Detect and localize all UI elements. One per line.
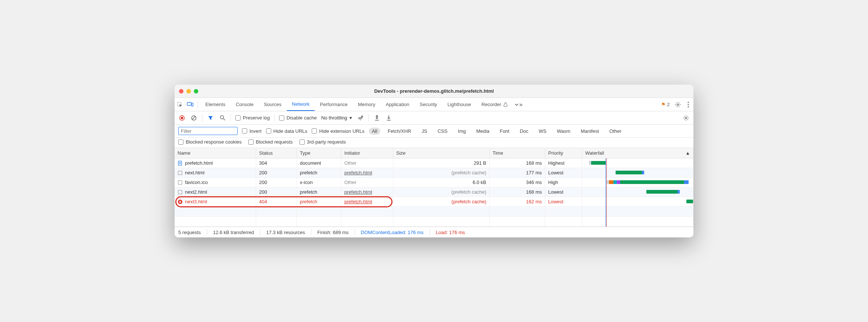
col-time[interactable]: Time — [490, 148, 545, 158]
invert-checkbox[interactable]: Invert — [242, 128, 262, 134]
request-time: 346 ms — [490, 178, 545, 187]
table-row[interactable]: next2.html200prefetchprefetch.html(prefe… — [175, 187, 693, 197]
clear-button[interactable] — [190, 114, 198, 122]
maximize-window-button[interactable] — [194, 89, 198, 93]
tab-application[interactable]: Application — [381, 98, 415, 111]
issues-badge[interactable]: ⚑ 2 — [661, 102, 670, 107]
type-filter-other[interactable]: Other — [606, 128, 625, 135]
hide-data-urls-checkbox[interactable]: Hide data URLs — [266, 128, 308, 134]
network-conditions-icon[interactable] — [357, 114, 364, 122]
panel-settings-icon[interactable] — [682, 114, 690, 122]
settings-icon[interactable] — [673, 98, 683, 111]
request-time: 177 ms — [490, 168, 545, 177]
device-toolbar-icon[interactable] — [185, 98, 195, 111]
col-initiator[interactable]: Initiator — [341, 148, 393, 158]
hide-data-input[interactable] — [266, 128, 271, 134]
tab-sources[interactable]: Sources — [259, 98, 287, 111]
type-filter-fetch[interactable]: Fetch/XHR — [385, 128, 414, 135]
type-filter-wasm[interactable]: Wasm — [554, 128, 573, 135]
status-resources: 17.3 kB resources — [266, 230, 305, 235]
col-priority[interactable]: Priority — [545, 148, 582, 158]
export-har-icon[interactable] — [373, 114, 381, 122]
type-filter-ws[interactable]: WS — [536, 128, 550, 135]
disable-cache-checkbox[interactable]: Disable cache — [279, 115, 317, 121]
issues-count: 2 — [667, 102, 670, 107]
blocked-requests-checkbox[interactable]: Blocked requests — [248, 139, 293, 145]
more-tabs-icon[interactable]: » — [513, 98, 523, 111]
filter-toggle-icon[interactable] — [207, 114, 214, 122]
third-party-input[interactable] — [299, 139, 305, 145]
preserve-log-input[interactable] — [235, 115, 241, 121]
table-row[interactable]: next.html200prefetchprefetch.html(prefet… — [175, 168, 693, 178]
search-icon[interactable] — [219, 114, 226, 122]
col-size[interactable]: Size — [393, 148, 490, 158]
table-row[interactable]: next3.html404prefetchprefetch.html(prefe… — [175, 197, 693, 207]
table-row[interactable]: prefetch.html304documentOther291 B168 ms… — [175, 158, 693, 168]
col-type[interactable]: Type — [297, 148, 341, 158]
svg-rect-1 — [187, 102, 191, 105]
invert-input[interactable] — [242, 128, 247, 134]
kebab-menu-icon[interactable] — [683, 98, 693, 111]
blocked-cookies-label: Blocked response cookies — [186, 139, 242, 145]
type-filter-img[interactable]: Img — [455, 128, 469, 135]
request-initiator[interactable]: prefetch.html — [341, 168, 393, 177]
request-priority: Lowest — [545, 187, 582, 197]
tab-security[interactable]: Security — [414, 98, 442, 111]
warning-flag-icon: ⚑ — [661, 102, 666, 107]
hide-ext-input[interactable] — [312, 128, 317, 134]
third-party-checkbox[interactable]: 3rd-party requests — [299, 139, 346, 145]
inspect-icon[interactable] — [175, 98, 185, 111]
svg-point-4 — [688, 102, 689, 103]
type-filter-media[interactable]: Media — [473, 128, 492, 135]
blocked-cookies-input[interactable] — [178, 139, 183, 145]
col-waterfall[interactable]: Waterfall▲ — [582, 148, 693, 158]
col-name[interactable]: Name — [175, 148, 256, 158]
blocked-requests-input[interactable] — [248, 139, 254, 145]
request-type: prefetch — [297, 187, 341, 197]
request-type: prefetch — [297, 197, 341, 206]
filter-input[interactable] — [178, 127, 238, 135]
tab-elements[interactable]: Elements — [200, 98, 231, 111]
tab-recorder-label: Recorder — [481, 102, 501, 107]
col-status[interactable]: Status — [256, 148, 297, 158]
throttling-select[interactable]: No throttling ▾ — [321, 115, 352, 121]
request-initiator[interactable]: prefetch.html — [341, 187, 393, 197]
svg-point-17 — [685, 117, 687, 118]
tab-console[interactable]: Console — [231, 98, 259, 111]
status-finish: Finish: 689 ms — [317, 230, 349, 235]
blocked-cookies-checkbox[interactable]: Blocked response cookies — [178, 139, 242, 145]
disable-cache-input[interactable] — [279, 115, 284, 121]
tab-lighthouse[interactable]: Lighthouse — [442, 98, 476, 111]
svg-point-5 — [688, 104, 689, 105]
waterfall-cell — [582, 168, 693, 177]
type-filter-css[interactable]: CSS — [435, 128, 451, 135]
tab-recorder[interactable]: Recorder — [476, 98, 513, 111]
request-initiator[interactable]: prefetch.html — [341, 197, 393, 206]
tab-network[interactable]: Network — [287, 98, 315, 111]
table-row[interactable]: favicon.ico200x-iconOther6.0 kB346 msHig… — [175, 178, 693, 187]
preserve-log-checkbox[interactable]: Preserve log — [235, 115, 270, 121]
type-filter-all[interactable]: All — [369, 128, 380, 135]
tab-memory[interactable]: Memory — [353, 98, 381, 111]
request-priority: Highest — [545, 158, 582, 168]
request-name: favicon.ico — [185, 180, 208, 185]
record-button[interactable] — [178, 114, 186, 122]
chevron-down-icon: ▾ — [349, 115, 352, 121]
svg-rect-22 — [178, 171, 182, 175]
type-filter-font[interactable]: Font — [497, 128, 512, 135]
status-dcl: DOMContentLoaded: 176 ms — [361, 230, 424, 235]
type-filter-doc[interactable]: Doc — [517, 128, 531, 135]
close-window-button[interactable] — [179, 89, 183, 93]
table-row-empty — [175, 207, 693, 217]
import-har-icon[interactable] — [385, 114, 392, 122]
titlebar: DevTools - prerender-demos.glitch.me/pre… — [175, 85, 693, 98]
waterfall-cell — [582, 178, 693, 187]
tab-performance[interactable]: Performance — [315, 98, 352, 111]
status-load: Load: 176 ms — [436, 230, 465, 235]
type-filter-manifest[interactable]: Manifest — [578, 128, 602, 135]
minimize-window-button[interactable] — [186, 89, 191, 93]
request-priority: Lowest — [545, 168, 582, 177]
type-filter-js[interactable]: JS — [418, 128, 430, 135]
hide-extension-urls-checkbox[interactable]: Hide extension URLs — [312, 128, 364, 134]
blocked-requests-label: Blocked requests — [256, 139, 293, 145]
